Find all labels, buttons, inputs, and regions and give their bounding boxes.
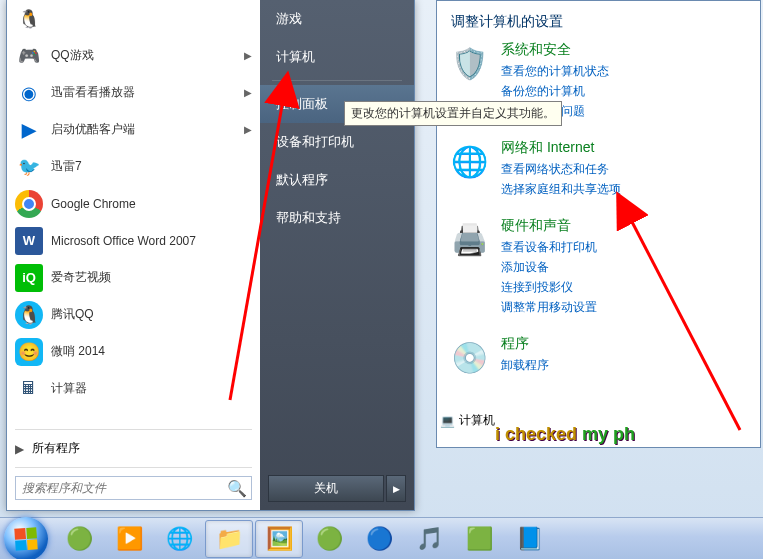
xunlei7-icon: 🐦 bbox=[15, 153, 43, 181]
all-programs-button[interactable]: ▶所有程序 bbox=[7, 432, 260, 465]
submenu-arrow-icon: ▶ bbox=[244, 87, 252, 98]
subtitle-overlay: i checked my ph bbox=[495, 424, 635, 445]
taskbar-item-pinwheel[interactable]: 🟢 bbox=[55, 520, 103, 558]
taskbar-item-app[interactable]: 📘 bbox=[505, 520, 553, 558]
weihou-icon: 😊 bbox=[15, 338, 43, 366]
right-item-computer[interactable]: 计算机 bbox=[260, 38, 414, 76]
right-item-games[interactable]: 游戏 bbox=[260, 0, 414, 38]
chrome-icon bbox=[15, 190, 43, 218]
app-label: 计算器 bbox=[51, 380, 252, 397]
search-icon: 🔍 bbox=[227, 479, 247, 498]
search-row: 🔍 bbox=[7, 470, 260, 510]
programs-icon: 💿 bbox=[447, 335, 491, 379]
divider bbox=[15, 467, 252, 468]
right-item-devices-printers[interactable]: 设备和打印机 bbox=[260, 123, 414, 161]
computer-icon: 💻 bbox=[440, 414, 455, 428]
cp-body: 🛡️ 系统和安全 查看您的计算机状态 备份您的计算机 查找并解决问题 🌐 网络和… bbox=[437, 41, 760, 379]
search-input[interactable] bbox=[16, 477, 223, 499]
cp-cat-title[interactable]: 硬件和声音 bbox=[501, 217, 750, 235]
cp-cat-title[interactable]: 程序 bbox=[501, 335, 750, 353]
right-item-help-support[interactable]: 帮助和支持 bbox=[260, 199, 414, 237]
cp-link[interactable]: 卸载程序 bbox=[501, 355, 750, 375]
cp-category-programs: 💿 程序 卸载程序 bbox=[447, 335, 750, 379]
app-label: 迅雷看看播放器 bbox=[51, 84, 244, 101]
app-list: 🐧 🎮QQ游戏▶ ◉迅雷看看播放器▶ ▶启动优酷客户端▶ 🐦迅雷7 Google… bbox=[7, 0, 260, 427]
cp-breadcrumb[interactable]: 💻 计算机 bbox=[440, 412, 495, 429]
separator bbox=[272, 80, 402, 81]
cp-link[interactable]: 查看设备和打印机 bbox=[501, 237, 750, 257]
app-item-qqgame[interactable]: 🎮QQ游戏▶ bbox=[7, 37, 260, 74]
taskbar-item-player[interactable]: ▶️ bbox=[105, 520, 153, 558]
cp-category-hardware-sound: 🖨️ 硬件和声音 查看设备和打印机 添加设备 连接到投影仪 调整常用移动设置 bbox=[447, 217, 750, 317]
start-menu-right-pane: 游戏 计算机 控制面板 设备和打印机 默认程序 帮助和支持 关机 ▶ bbox=[260, 0, 414, 510]
qq-icon: 🐧 bbox=[15, 5, 43, 33]
windows-logo-icon bbox=[14, 527, 37, 550]
cp-link[interactable]: 查看您的计算机状态 bbox=[501, 61, 750, 81]
cp-category-network: 🌐 网络和 Internet 查看网络状态和任务 选择家庭组和共享选项 bbox=[447, 139, 750, 199]
cp-link[interactable]: 选择家庭组和共享选项 bbox=[501, 179, 750, 199]
taskbar-item-browser[interactable]: 🟢 bbox=[305, 520, 353, 558]
cp-link[interactable]: 添加设备 bbox=[501, 257, 750, 277]
cp-cat-text: 硬件和声音 查看设备和打印机 添加设备 连接到投影仪 调整常用移动设置 bbox=[501, 217, 750, 317]
app-item-xunlei-kankan[interactable]: ◉迅雷看看播放器▶ bbox=[7, 74, 260, 111]
cp-cat-text: 网络和 Internet 查看网络状态和任务 选择家庭组和共享选项 bbox=[501, 139, 750, 199]
app-item-calculator[interactable]: 🖩计算器 bbox=[7, 370, 260, 407]
cp-link[interactable]: 调整常用移动设置 bbox=[501, 297, 750, 317]
app-item-chrome[interactable]: Google Chrome bbox=[7, 185, 260, 222]
app-label: 腾讯QQ bbox=[51, 306, 252, 323]
submenu-arrow-icon: ▶ bbox=[244, 124, 252, 135]
search-box: 🔍 bbox=[15, 476, 252, 500]
cp-cat-title[interactable]: 网络和 Internet bbox=[501, 139, 750, 157]
control-panel-window: 调整计算机的设置 🛡️ 系统和安全 查看您的计算机状态 备份您的计算机 查找并解… bbox=[436, 0, 761, 448]
calculator-icon: 🖩 bbox=[15, 375, 43, 403]
taskbar-item-kugou[interactable]: 🎵 bbox=[405, 520, 453, 558]
shutdown-row: 关机 ▶ bbox=[260, 467, 414, 510]
youku-icon: ▶ bbox=[15, 116, 43, 144]
cp-link[interactable]: 备份您的计算机 bbox=[501, 81, 750, 101]
cp-link[interactable]: 连接到投影仪 bbox=[501, 277, 750, 297]
cp-cat-text: 程序 卸载程序 bbox=[501, 335, 750, 379]
taskbar-item-baidu[interactable]: 🔵 bbox=[355, 520, 403, 558]
divider bbox=[15, 429, 252, 430]
cp-cat-title[interactable]: 系统和安全 bbox=[501, 41, 750, 59]
taskbar-item-image-viewer[interactable]: 🖼️ bbox=[255, 520, 303, 558]
subtitle-text: i checked bbox=[495, 424, 582, 444]
app-label: 启动优酷客户端 bbox=[51, 121, 244, 138]
app-item-qq[interactable]: 🐧 bbox=[7, 0, 260, 37]
app-item-xunlei7[interactable]: 🐦迅雷7 bbox=[7, 148, 260, 185]
printer-icon: 🖨️ bbox=[447, 217, 491, 261]
search-button[interactable]: 🔍 bbox=[223, 477, 251, 499]
breadcrumb-label: 计算机 bbox=[459, 412, 495, 429]
app-label: QQ游戏 bbox=[51, 47, 244, 64]
cp-link[interactable]: 查看网络状态和任务 bbox=[501, 159, 750, 179]
all-programs-label: 所有程序 bbox=[32, 440, 80, 457]
app-label: 迅雷7 bbox=[51, 158, 252, 175]
app-label: Microsoft Office Word 2007 bbox=[51, 234, 252, 248]
shield-icon: 🛡️ bbox=[447, 41, 491, 85]
tencent-qq-icon: 🐧 bbox=[15, 301, 43, 329]
shutdown-options-button[interactable]: ▶ bbox=[386, 475, 406, 502]
qqgame-icon: 🎮 bbox=[15, 42, 43, 70]
triangle-icon: ▶ bbox=[15, 442, 24, 456]
app-item-youku[interactable]: ▶启动优酷客户端▶ bbox=[7, 111, 260, 148]
start-menu: 🐧 🎮QQ游戏▶ ◉迅雷看看播放器▶ ▶启动优酷客户端▶ 🐦迅雷7 Google… bbox=[6, 0, 415, 511]
app-item-weihou[interactable]: 😊微哨 2014 bbox=[7, 333, 260, 370]
shutdown-button[interactable]: 关机 bbox=[268, 475, 384, 502]
app-label: Google Chrome bbox=[51, 197, 252, 211]
tooltip-control-panel: 更改您的计算机设置并自定义其功能。 bbox=[344, 101, 562, 126]
app-label: 微哨 2014 bbox=[51, 343, 252, 360]
submenu-arrow-icon: ▶ bbox=[244, 50, 252, 61]
taskbar-item-ie[interactable]: 🌐 bbox=[155, 520, 203, 558]
taskbar-item-360[interactable]: 🟩 bbox=[455, 520, 503, 558]
app-item-word[interactable]: WMicrosoft Office Word 2007 bbox=[7, 222, 260, 259]
iqiyi-icon: iQ bbox=[15, 264, 43, 292]
app-item-iqiyi[interactable]: iQ爱奇艺视频 bbox=[7, 259, 260, 296]
start-button[interactable] bbox=[4, 517, 48, 560]
xunlei-kankan-icon: ◉ bbox=[15, 79, 43, 107]
taskbar-item-explorer[interactable]: 📁 bbox=[205, 520, 253, 558]
word-icon: W bbox=[15, 227, 43, 255]
right-item-default-programs[interactable]: 默认程序 bbox=[260, 161, 414, 199]
app-item-tencent-qq[interactable]: 🐧腾讯QQ bbox=[7, 296, 260, 333]
subtitle-text-highlight: my ph bbox=[582, 424, 635, 444]
taskbar: 🟢 ▶️ 🌐 📁 🖼️ 🟢 🔵 🎵 🟩 📘 bbox=[0, 517, 763, 559]
